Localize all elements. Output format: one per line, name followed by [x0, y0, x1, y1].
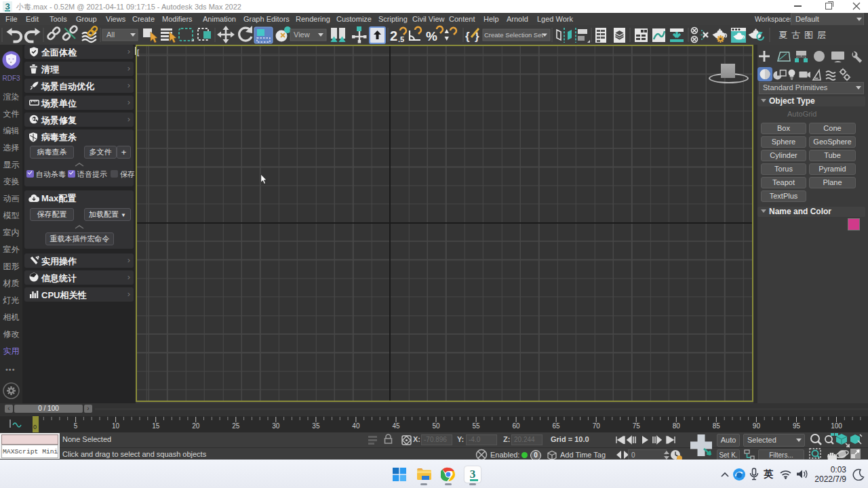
svg-text:10: 10 [112, 422, 120, 430]
svg-text:{: { [465, 30, 470, 43]
svg-text:All: All [106, 30, 115, 39]
svg-text:5: 5 [74, 422, 78, 430]
svg-text:45: 45 [392, 422, 400, 430]
svg-text:90: 90 [753, 422, 761, 430]
svg-text:2: 2 [390, 28, 397, 43]
svg-text:15: 15 [152, 422, 160, 430]
svg-text:50: 50 [432, 422, 440, 430]
svg-text:35: 35 [312, 422, 320, 430]
svg-text:40: 40 [352, 422, 360, 430]
svg-text:30: 30 [272, 422, 280, 430]
svg-text:View: View [294, 30, 310, 39]
svg-text:25: 25 [232, 422, 240, 430]
svg-text:20: 20 [192, 422, 200, 430]
svg-text:夏古图层: 夏古图层 [778, 30, 830, 40]
svg-text:3: 3 [5, 1, 9, 12]
svg-text:95: 95 [793, 422, 801, 430]
svg-text:%: % [426, 29, 437, 43]
svg-text:65: 65 [553, 422, 561, 430]
svg-text:60: 60 [513, 422, 521, 430]
svg-text:100: 100 [831, 422, 842, 430]
svg-text:75: 75 [633, 422, 641, 430]
svg-text:85: 85 [713, 422, 721, 430]
svg-text:.5: .5 [398, 35, 404, 43]
svg-text:55: 55 [473, 422, 481, 430]
svg-text:80: 80 [673, 422, 681, 430]
svg-text:70: 70 [593, 422, 601, 430]
svg-text:Create Selection Set: Create Selection Set [484, 31, 543, 39]
